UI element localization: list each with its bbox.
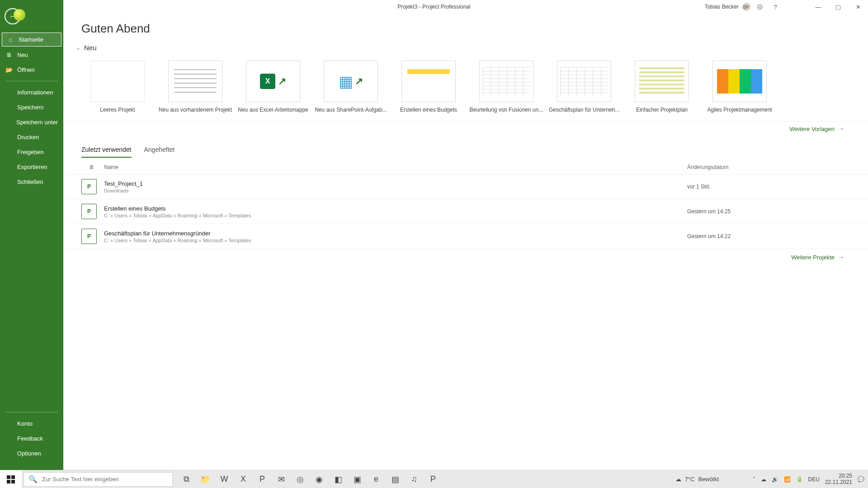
recent-name: Test_Project_1 bbox=[104, 180, 687, 187]
recent-date: vor 1 Std. bbox=[687, 183, 841, 190]
tab-pinned[interactable]: Angeheftet bbox=[144, 146, 175, 158]
template-merger[interactable]: Beurteilung von Fusionen un... bbox=[479, 61, 533, 113]
obs-icon[interactable]: ◉ bbox=[310, 470, 328, 488]
tray-battery-icon[interactable]: 🔋 bbox=[796, 476, 803, 483]
recent-path: C: » Users » Tobias » AppData » Roaming … bbox=[104, 213, 687, 218]
new-icon: 🗎 bbox=[5, 52, 13, 58]
project-icon[interactable]: P bbox=[424, 470, 442, 488]
recent-path: C: » Users » Tobias » AppData » Roaming … bbox=[104, 238, 687, 243]
file-explorer-icon[interactable]: 📁 bbox=[196, 470, 214, 488]
tray-onedrive-icon[interactable]: ☁ bbox=[761, 476, 766, 483]
clock-time: 20:25 bbox=[825, 473, 852, 479]
excel-icon[interactable]: X bbox=[234, 470, 252, 488]
sidebar-item-speichern-unter[interactable]: Speichern unter bbox=[0, 115, 63, 130]
taskbar-weather[interactable]: ☁ 7°C Bewölkt bbox=[675, 476, 719, 483]
sidebar-item-oeffnen[interactable]: 📂 Öffnen bbox=[0, 62, 63, 77]
col-date: Änderungsdatum bbox=[687, 164, 841, 170]
windows-logo-icon bbox=[7, 475, 15, 483]
feedback-frown-icon[interactable]: ☹ bbox=[752, 0, 768, 14]
template-from-existing[interactable]: Neu aus vorhandenem Projekt bbox=[168, 61, 222, 113]
template-budget[interactable]: Erstellen eines Budgets bbox=[401, 61, 456, 113]
sidebar-item-exportieren[interactable]: Exportieren bbox=[0, 160, 63, 174]
tray-chevron-icon[interactable]: ˄ bbox=[753, 476, 755, 483]
close-button[interactable]: ✕ bbox=[848, 0, 868, 14]
windows-taskbar: 🔍 ⧉ 📁 W X P ✉ ◎ ◉ ◧ ▣ e ▤ ♫ P ☁ 7°C Bewö… bbox=[0, 470, 868, 488]
app-icon[interactable]: ◧ bbox=[329, 470, 347, 488]
sidebar-label: Startseite bbox=[19, 36, 43, 43]
clock-date: 22.11.2021 bbox=[825, 479, 852, 485]
new-section-label: Neu bbox=[84, 44, 97, 52]
spotify-icon[interactable]: ♫ bbox=[405, 470, 423, 488]
notepad-icon[interactable]: ▤ bbox=[386, 470, 404, 488]
app-icon[interactable]: ▣ bbox=[348, 470, 366, 488]
sidebar-item-feedback[interactable]: Feedback bbox=[0, 431, 63, 446]
tab-recent[interactable]: Zuletzt verwendet bbox=[81, 146, 132, 158]
sidebar-item-konto[interactable]: Konto bbox=[0, 416, 63, 431]
sidebar-item-neu[interactable]: 🗎 Neu bbox=[0, 47, 63, 62]
tray-wifi-icon[interactable]: 📶 bbox=[784, 476, 791, 483]
sidebar-item-speichern[interactable]: Speichern bbox=[0, 100, 63, 115]
template-blank[interactable]: Leeres Projekt bbox=[90, 61, 145, 113]
taskbar-search[interactable]: 🔍 bbox=[24, 472, 173, 487]
task-view-icon[interactable]: ⧉ bbox=[177, 470, 195, 488]
greeting-heading: Guten Abend bbox=[63, 14, 868, 44]
more-templates-link[interactable]: Weitere Vorlagen → bbox=[790, 125, 845, 132]
recent-item[interactable]: P Test_Project_1 Downloads vor 1 Std. bbox=[63, 174, 868, 199]
recent-item[interactable]: P Erstellen eines Budgets C: » Users » T… bbox=[63, 199, 868, 224]
tray-volume-icon[interactable]: 🔊 bbox=[772, 476, 778, 483]
template-agile[interactable]: Agiles Projektmanagement bbox=[712, 61, 767, 113]
chrome-icon[interactable]: ◎ bbox=[291, 470, 309, 488]
sidebar-separator bbox=[5, 412, 58, 413]
powerpoint-icon[interactable]: P bbox=[253, 470, 271, 488]
sidebar-item-startseite[interactable]: ⌂ Startseite bbox=[2, 33, 61, 47]
back-button[interactable]: ← bbox=[5, 8, 21, 24]
sidebar-item-freigeben[interactable]: Freigeben bbox=[0, 145, 63, 160]
more-projects-link[interactable]: Weitere Projekte → bbox=[791, 253, 844, 261]
col-name: Name bbox=[99, 164, 687, 170]
chevron-down-icon: ⌄ bbox=[76, 45, 80, 51]
project-file-icon: P bbox=[81, 229, 97, 244]
recent-tabs: Zuletzt verwendet Angeheftet bbox=[63, 136, 868, 158]
template-gallery: Leeres Projekt Neu aus vorhandenem Proje… bbox=[63, 54, 868, 121]
new-section-header[interactable]: ⌄ Neu bbox=[63, 44, 868, 54]
col-icon: 🗎 bbox=[84, 164, 99, 170]
backstage-main: Guten Abend ⌄ Neu Leeres Projekt Neu aus… bbox=[63, 14, 868, 470]
recent-date: Gestern um 14:25 bbox=[687, 208, 841, 215]
word-icon[interactable]: W bbox=[215, 470, 233, 488]
recent-date: Gestern um 14:22 bbox=[687, 233, 841, 239]
edge-icon[interactable]: e bbox=[367, 470, 385, 488]
weather-icon: ☁ bbox=[675, 476, 681, 483]
feedback-smile-icon[interactable]: ☺ bbox=[737, 0, 752, 14]
weather-text: Bewölkt bbox=[698, 476, 719, 483]
recent-name: Erstellen eines Budgets bbox=[104, 205, 687, 212]
recent-name: Geschäftsplan für Unternehmensgründer bbox=[104, 230, 687, 237]
tray-lang[interactable]: DEU bbox=[808, 476, 820, 483]
template-from-excel[interactable]: Neu aus Excel-Arbeitsmappe bbox=[246, 61, 300, 113]
project-file-icon: P bbox=[81, 204, 97, 219]
sidebar-item-optionen[interactable]: Optionen bbox=[0, 446, 63, 461]
recent-item[interactable]: P Geschäftsplan für Unternehmensgründer … bbox=[63, 224, 868, 249]
minimize-button[interactable]: — bbox=[808, 0, 828, 14]
template-simple-plan[interactable]: Einfacher Projektplan bbox=[635, 61, 689, 113]
help-icon[interactable]: ? bbox=[768, 0, 783, 14]
template-business-plan[interactable]: Geschäftsplan für Unterneh... bbox=[557, 61, 611, 113]
sidebar-item-drucken[interactable]: Drucken bbox=[0, 130, 63, 145]
arrow-right-icon: → bbox=[838, 125, 844, 132]
sidebar-item-schliessen[interactable]: Schließen bbox=[0, 174, 63, 189]
project-file-icon: P bbox=[81, 179, 97, 194]
sidebar-label: Neu bbox=[17, 52, 28, 58]
search-input[interactable] bbox=[42, 476, 168, 483]
start-button[interactable] bbox=[0, 470, 22, 488]
user-name: Tobias Becker bbox=[705, 4, 739, 10]
backstage-sidebar: ← ⌂ Startseite 🗎 Neu 📂 Öffnen Informatio… bbox=[0, 0, 63, 470]
open-icon: 📂 bbox=[5, 66, 13, 73]
template-from-sharepoint[interactable]: Neu aus SharePoint-Aufgab... bbox=[324, 61, 378, 113]
taskbar-clock[interactable]: 20:25 22.11.2021 bbox=[825, 473, 852, 485]
recent-list-header: 🗎 Name Änderungsdatum bbox=[63, 158, 868, 174]
sidebar-separator bbox=[5, 81, 58, 81]
maximize-button[interactable]: ▢ bbox=[828, 0, 848, 14]
sidebar-label: Öffnen bbox=[17, 66, 35, 73]
action-center-icon[interactable]: 💬 bbox=[858, 476, 864, 483]
sidebar-item-informationen[interactable]: Informationen bbox=[0, 85, 63, 100]
mail-icon[interactable]: ✉ bbox=[272, 470, 290, 488]
